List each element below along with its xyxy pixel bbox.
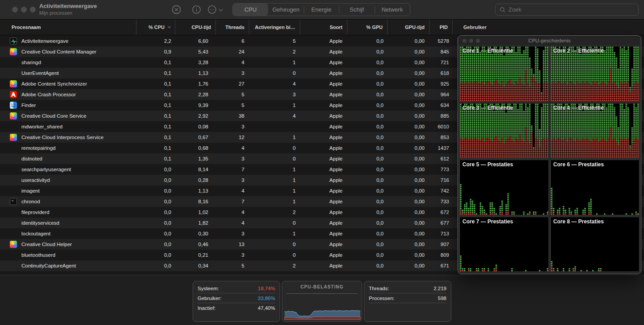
cell-cpu: 0,0 xyxy=(136,228,175,239)
cell-pid: 721 xyxy=(429,57,452,68)
segment-divider xyxy=(375,7,375,13)
cell-cpu: 0,9 xyxy=(136,46,175,57)
cell-kind: Apple xyxy=(300,143,347,153)
cell-gputime: 0,00 xyxy=(387,36,429,46)
cell-pid: 671 xyxy=(429,260,452,271)
cell-gputime: 0,00 xyxy=(387,111,429,121)
search-icon xyxy=(500,7,506,13)
cpu-history-titlebar[interactable]: CPU-geschiedenis xyxy=(458,36,641,45)
tab-netwerk[interactable]: Netwerk xyxy=(375,4,410,16)
cell-cputime: 8,14 xyxy=(175,164,215,175)
cell-gputime: 0,00 xyxy=(387,68,429,78)
column-header-kind[interactable]: Soort xyxy=(300,20,347,35)
more-options-icon[interactable] xyxy=(207,4,217,15)
core-history-graph xyxy=(551,46,640,101)
process-name: distnoted xyxy=(21,156,42,161)
blank-app-icon xyxy=(10,123,17,130)
cell-act: 5 xyxy=(249,36,300,46)
tab-cpu[interactable]: CPU xyxy=(233,4,268,16)
cell-gpu: 0,0 xyxy=(347,207,387,218)
blank-app-icon xyxy=(10,230,17,237)
cell-cputime: 1,13 xyxy=(175,68,215,78)
cell-cputime: 0,28 xyxy=(175,175,215,185)
cell-kind: Apple xyxy=(300,175,347,185)
cell-threads: 5 xyxy=(215,89,249,100)
process-name-cell: Creative Cloud Core Service xyxy=(0,111,136,121)
tab-energie[interactable]: Energie xyxy=(304,4,339,16)
minimize-button[interactable] xyxy=(469,39,473,43)
process-name-cell: Creative Cloud Content Manager xyxy=(0,46,136,57)
cell-threads: 3 xyxy=(215,153,249,164)
blank-app-icon xyxy=(10,144,17,152)
search-input[interactable]: Zoek xyxy=(495,4,639,16)
cell-gputime: 0,00 xyxy=(387,46,429,57)
column-header-cpu[interactable]: % CPU xyxy=(136,20,175,35)
column-header-gpu[interactable]: % GPU xyxy=(347,20,387,35)
cell-gputime: 0,00 xyxy=(387,185,429,196)
cc-app-icon xyxy=(10,134,17,141)
blank-app-icon xyxy=(10,187,17,194)
cell-gputime: 0,00 xyxy=(387,121,429,132)
cell-threads: 24 xyxy=(215,46,249,57)
cell-threads: 4 xyxy=(215,218,249,228)
cell-act: 1 xyxy=(249,132,300,143)
core-history-graph xyxy=(551,160,640,215)
core-panel-label: Core 8 — Prestaties xyxy=(553,218,604,225)
cell-pid: 733 xyxy=(429,196,452,207)
column-header-pid[interactable]: PID xyxy=(429,20,452,35)
process-name: Activiteitenweergave xyxy=(21,38,68,44)
minimize-button[interactable] xyxy=(21,7,27,12)
cc-app-icon xyxy=(10,80,17,87)
cell-cpu: 0,0 xyxy=(136,164,175,175)
process-name: imagent xyxy=(21,188,40,193)
process-name: Creative Cloud Content Manager xyxy=(21,49,96,54)
cell-cputime: 8,16 xyxy=(175,196,215,207)
tab-geheugen[interactable]: Geheugen xyxy=(268,4,303,16)
cell-threads: 3 xyxy=(215,228,249,239)
cell-threads: 4 xyxy=(215,143,249,153)
column-header-cputime[interactable]: CPU-tijd xyxy=(175,20,215,35)
core-panel-7: Core 7 — Prestaties xyxy=(459,217,549,272)
stop-process-icon[interactable] xyxy=(171,4,182,15)
cell-threads: 3 xyxy=(215,175,249,185)
process-name-cell: chronod xyxy=(0,196,136,207)
cell-gputime: 0,00 xyxy=(387,239,429,250)
cell-cpu: 0,1 xyxy=(136,57,175,68)
column-header-user[interactable]: Gebruiker xyxy=(452,20,644,35)
close-button[interactable] xyxy=(462,39,466,43)
cell-cputime: 0,34 xyxy=(175,260,215,271)
zoom-button[interactable] xyxy=(476,39,480,43)
cell-cpu: 0,1 xyxy=(136,132,175,143)
cell-cpu: 0,0 xyxy=(136,218,175,228)
cell-pid: 5278 xyxy=(429,36,452,46)
column-header-act[interactable]: Activeringen bi… xyxy=(249,20,300,35)
cell-gpu: 0,0 xyxy=(347,57,387,68)
cell-act: 1 xyxy=(249,196,300,207)
cell-kind: Apple xyxy=(300,78,347,89)
cell-pid: 964 xyxy=(429,89,452,100)
cell-pid: 6010 xyxy=(429,121,452,132)
cell-cpu: 0,1 xyxy=(136,89,175,100)
column-header-gputime[interactable]: GPU-tijd xyxy=(387,20,429,35)
cell-kind: Apple xyxy=(300,218,347,228)
process-name-cell: distnoted xyxy=(0,153,136,164)
cell-act: 0 xyxy=(249,143,300,153)
cell-threads: 7 xyxy=(215,164,249,175)
column-header-threads[interactable]: Threads xyxy=(215,20,249,35)
core-panel-label: Core 4 — Efficiëntie xyxy=(553,105,604,111)
process-name-cell: Activiteitenweergave xyxy=(0,36,136,46)
zoom-button[interactable] xyxy=(30,7,36,12)
cell-pid: 773 xyxy=(429,164,452,175)
cell-pid: 677 xyxy=(429,218,452,228)
cell-gpu: 0,0 xyxy=(347,111,387,121)
cell-kind: Apple xyxy=(300,68,347,78)
search-placeholder: Zoek xyxy=(508,6,521,13)
tab-schijf[interactable]: Schijf xyxy=(339,4,374,16)
chevron-down-icon[interactable] xyxy=(219,8,223,11)
cell-kind: Apple xyxy=(300,89,347,100)
inspect-info-icon[interactable] xyxy=(191,4,202,15)
column-header-name[interactable]: Procesnaam xyxy=(0,20,136,35)
close-button[interactable] xyxy=(12,7,18,12)
process-name: Adobe Content Synchronizer xyxy=(21,81,87,86)
cell-pid: 716 xyxy=(429,175,452,185)
